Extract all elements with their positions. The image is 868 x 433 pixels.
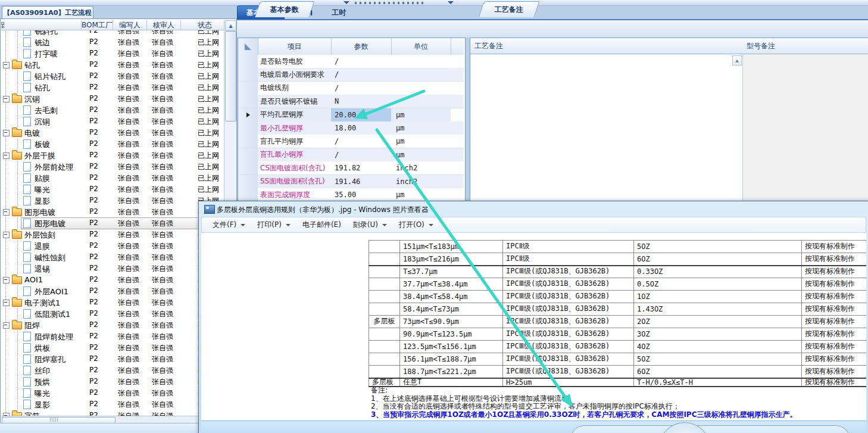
splitter-collapse-right-icon[interactable] (448, 1, 454, 4)
tree-row[interactable]: 铣边P2张自强张自强已上网 (1, 36, 224, 48)
tree-row[interactable]: 外层前处理P2张自强张自强已上网 (1, 161, 224, 172)
tree-row[interactable]: 外层干膜P2张自强张自强已上网 (1, 149, 224, 161)
top-splitter-bar[interactable] (0, 0, 868, 6)
tree-row[interactable]: 去毛刺P2张自强张自强已上网 (1, 104, 224, 116)
tab-basic-params[interactable]: 基本参数 (255, 1, 315, 17)
menu-文件(F)[interactable]: 文件(F) (207, 218, 251, 232)
tree-collapse-icon[interactable] (3, 96, 10, 102)
param-row[interactable]: 表面完成铜厚度35.00μm (238, 188, 464, 201)
cell-item[interactable]: 盲孔平均铜厚 (258, 135, 334, 148)
tree-collapse-icon[interactable] (3, 130, 10, 136)
param-row[interactable]: 是否只镀铜不镀锡N (238, 95, 464, 108)
tree-collapse-icon[interactable] (3, 209, 10, 216)
cell-item[interactable]: 是否贴导电胶 (258, 55, 334, 68)
column-header-value[interactable]: 参数 (331, 38, 392, 55)
cell-value[interactable]: 20.00 (331, 108, 395, 122)
tree-row[interactable]: AOI1P2张自强张自强已上网 (1, 274, 224, 285)
tree-row[interactable]: 钻孔P2张自强张自强已上网 (1, 59, 224, 70)
param-row[interactable]: 电镀后最小面铜要求/ (238, 68, 464, 81)
tree-collapse-icon[interactable] (3, 62, 10, 68)
cell-unit[interactable]: inch2 (391, 161, 456, 175)
tree-row[interactable]: 阻焊前处理P2张自强张自强已上网 (1, 331, 224, 342)
scroll-up-icon[interactable]: ▲ (225, 20, 236, 31)
cell-unit[interactable]: μm (391, 108, 456, 122)
cell-unit[interactable]: μm (391, 135, 456, 148)
tree-row[interactable]: 图形电镀P2张自强张自强已上网 (1, 206, 224, 217)
tree-row[interactable]: 退锡P2张自强张自强已上网 (1, 263, 224, 274)
tab-work-hours[interactable]: 工时 (322, 6, 355, 20)
tree-row[interactable]: 显影P2张自强张自强已上网 (1, 398, 224, 410)
cell-value[interactable]: N (331, 95, 395, 108)
tab-process-remarks[interactable]: 工艺备注 (479, 1, 540, 17)
column-header-bom[interactable]: BOM工厂 (82, 20, 113, 30)
column-header-tree[interactable]: 程 (1, 20, 82, 30)
cell-unit[interactable] (391, 82, 456, 95)
tree-row[interactable]: 曝光P2张自强张自强已上网 (1, 183, 224, 195)
tree-row[interactable]: 阻焊P2张自强张自强已上网 (1, 319, 224, 331)
tree-row[interactable]: 字符P2张自强张自强已上网 (1, 410, 224, 416)
cell-value[interactable]: / (331, 55, 395, 68)
param-row[interactable]: 平均孔壁铜厚20.00μm (238, 108, 464, 122)
tree-row[interactable]: 铝片钻孔P2张自强张自强已上网 (1, 70, 224, 82)
cell-item[interactable]: 盲孔最小铜厚 (258, 148, 334, 162)
cell-item[interactable]: 电镀线别 (258, 82, 334, 95)
tree-row[interactable]: 显影P2张自强张自强已上网 (1, 195, 224, 206)
menu-电子邮件(E)[interactable]: 电子邮件(E) (296, 218, 347, 232)
cell-unit[interactable] (391, 55, 456, 68)
param-row[interactable]: 最小孔壁铜厚18.00μm (238, 122, 464, 135)
tree-row[interactable]: 沉铜P2张自强张自强已上网 (1, 93, 224, 104)
column-header-process-remark[interactable]: 工艺备注 (470, 38, 743, 54)
cell-item[interactable]: SS面电镀面积(含孔) (258, 175, 334, 189)
cell-item[interactable]: CS面电镀面积(含孔) (258, 161, 334, 175)
cell-item[interactable]: 电镀后最小面铜要求 (258, 68, 334, 82)
param-row[interactable]: 盲孔平均铜厚/μm (238, 135, 464, 148)
splitter-collapse-left-icon[interactable] (344, 1, 349, 4)
menu-打印(P)[interactable]: 打印(P) (251, 218, 296, 232)
tree-row[interactable]: 贴膜P2张自强张自强已上网 (1, 172, 224, 183)
cell-unit[interactable]: μm (391, 122, 456, 135)
cell-unit[interactable]: μm (391, 148, 456, 162)
tree-row[interactable]: 电镀P2张自强张自强已上网 (1, 127, 224, 138)
cell-value[interactable]: / (331, 68, 395, 82)
cell-value[interactable]: 191.82 (331, 161, 395, 175)
column-header-model-remark[interactable]: 型号备注 (742, 38, 868, 54)
column-header-item[interactable]: 项目 (258, 38, 332, 55)
tree-row[interactable]: 沉铜P2张自强张自强已上网 (1, 116, 224, 127)
tree-row[interactable]: 板镀P2张自强张自强已上网 (1, 138, 224, 149)
tree-row[interactable]: 电子测试1P2张自强张自强已上网 (1, 297, 224, 308)
select-all-cell[interactable] (238, 38, 258, 55)
tree-collapse-icon[interactable] (3, 322, 10, 329)
cell-item[interactable]: 最小孔壁铜厚 (258, 122, 334, 135)
tree-row[interactable]: 阻焊塞孔P2张自强张自强已上网 (1, 353, 224, 365)
cell-unit[interactable]: μm (391, 188, 456, 202)
cell-value[interactable]: 191.46 (331, 175, 395, 189)
tree-row[interactable]: 外层AOI1P2张自强张自强已上网 (1, 285, 224, 297)
menu-刻录(U)[interactable]: 刻录(U) (347, 218, 393, 232)
process-window-tab[interactable]: 【AS039091A0】工艺流程 (2, 6, 93, 19)
column-header-writer[interactable]: 编写人 (113, 20, 147, 30)
tree-collapse-icon[interactable] (3, 277, 10, 284)
tree-collapse-icon[interactable] (3, 413, 10, 416)
remark-scroll-up-icon[interactable]: ▲ (732, 55, 742, 66)
model-remark-cell[interactable] (742, 54, 868, 202)
column-header-reviewer[interactable]: 核审人 (147, 20, 181, 30)
tree-row[interactable]: 外层蚀刻P2张自强张自强已上网 (1, 229, 224, 240)
cell-value[interactable]: / (331, 135, 395, 148)
tree-row[interactable]: 低阻测试1P2张自强张自强已上网 (1, 308, 224, 319)
cell-unit[interactable] (391, 68, 456, 82)
tree-row[interactable]: 钻孔P2张自强张自强已上网 (1, 82, 224, 93)
cell-item[interactable]: 表面完成铜厚度 (258, 188, 334, 202)
param-row[interactable]: 是否贴导电胶/ (238, 55, 464, 68)
param-row[interactable]: 盲孔最小铜厚/μm (238, 148, 464, 161)
tree-row[interactable]: 烘板P2张自强张自强已上网 (1, 342, 224, 353)
tree-collapse-icon[interactable] (3, 300, 10, 306)
tree-row[interactable]: 图形电镀P2张自强张自强已上网 (1, 217, 224, 229)
tree-row[interactable]: 曝光P2张自强张自强已上网 (1, 387, 224, 398)
tree-collapse-icon[interactable] (3, 232, 10, 238)
column-header-unit[interactable]: 单位 (391, 38, 451, 55)
cell-value[interactable]: / (331, 82, 395, 95)
tree-row[interactable]: 碱性蚀刻P2张自强张自强已上网 (1, 251, 224, 263)
cell-value[interactable]: / (331, 148, 395, 162)
tree-row[interactable]: 打字唛P2张自强张自强已上网 (1, 48, 224, 59)
param-row[interactable]: SS面电镀面积(含孔)191.46inch2 (238, 175, 464, 188)
